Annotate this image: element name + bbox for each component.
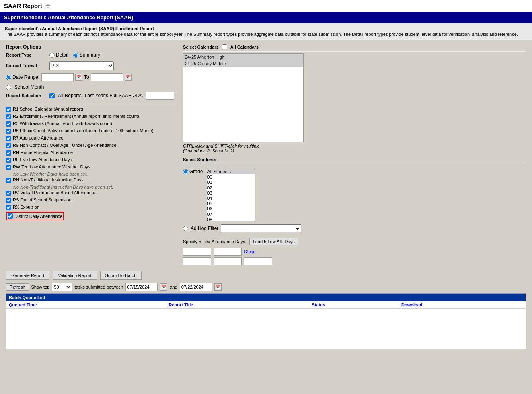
detail-label: Detail [56, 52, 68, 58]
checkbox-r9[interactable] [6, 143, 11, 148]
col-report-title[interactable]: Report Title [166, 301, 310, 309]
report-selection-row: Report Selection All Reports Last Year's… [6, 92, 175, 100]
checkbox-label-rv: RV Virtual Performance Based Attendance [13, 190, 97, 195]
extract-format-row: Extract Format PDF CSV Excel [6, 61, 175, 70]
col-status[interactable]: Status [309, 301, 399, 309]
window-title-bar: SAAR Report ☆ [0, 0, 532, 12]
all-calendars-checkbox[interactable] [222, 44, 227, 49]
to-label: To [84, 74, 89, 80]
load-low-att-button[interactable]: Load 5 Low Att. Days [249, 238, 298, 245]
low-att-input-5[interactable] [244, 257, 272, 265]
school-month-radio[interactable] [6, 85, 11, 90]
window-title: SAAR Report [4, 2, 42, 9]
checkbox-r3[interactable] [6, 121, 11, 127]
checkbox-item-r1: R1 School Calendar (Annual report) [6, 107, 175, 112]
date-range-radio[interactable] [6, 75, 11, 80]
batch-controls: Refresh Show top 50 25 100 tasks submitt… [6, 283, 526, 291]
clear-link[interactable]: Clear [244, 249, 255, 254]
last-year-ada-input[interactable] [146, 92, 174, 100]
col-queued-time[interactable]: Queued Time [6, 301, 166, 309]
checkbox-item-rs: RS Out of School Suspension [6, 197, 175, 203]
date-to-input[interactable] [91, 73, 123, 81]
adhoc-radio[interactable] [183, 226, 188, 231]
checkbox-dda[interactable] [8, 213, 13, 219]
checkbox-label-dda: District Daily Attendance [14, 214, 62, 219]
date-to-calendar-btn[interactable]: 📅 [125, 74, 132, 81]
batch-date-to-calendar-btn[interactable]: 📅 [214, 283, 222, 291]
validation-report-button[interactable]: Validation Report [53, 271, 97, 280]
button-row: Generate Report Validation Report Submit… [6, 271, 526, 280]
calendar-listbox[interactable]: 24-25 Atherton High24-25 Crosby Middle [183, 53, 304, 142]
refresh-button[interactable]: Refresh [6, 283, 29, 291]
low-att-input-4[interactable] [214, 257, 242, 265]
checkbox-sub-rn: No Non-Traditional Instruction Days have… [6, 185, 175, 189]
district-daily-attendance-highlighted: District Daily Attendance [6, 212, 64, 220]
grade-listbox[interactable]: All Students000102030405060708 [207, 169, 255, 221]
checkbox-rn[interactable] [6, 178, 11, 183]
low-att-label: Specify 5 Low Attendance Days [183, 239, 245, 244]
date-from-input[interactable] [41, 73, 74, 81]
generate-report-button[interactable]: Generate Report [6, 271, 49, 280]
star-icon[interactable]: ☆ [45, 3, 51, 9]
checkbox-rh[interactable] [6, 150, 11, 156]
adhoc-row: Ad Hoc Filter [183, 224, 526, 232]
batch-date-from-calendar-btn[interactable]: 📅 [160, 283, 167, 291]
batch-date-to-input[interactable] [180, 283, 212, 291]
detail-radio[interactable] [49, 53, 55, 58]
low-att-fields: Clear [183, 248, 526, 256]
report-options-header: Report Options [6, 44, 175, 50]
batch-queue-section: Batch Queue List Queued Time Report Titl… [6, 293, 526, 349]
checkbox-sub-rw: No Low Weather Days have been set. [6, 172, 175, 176]
low-att-input-3[interactable] [183, 257, 211, 265]
last-year-label: Last Year's Full SAAR ADA [85, 93, 143, 98]
checkbox-r7[interactable] [6, 136, 11, 141]
submit-to-batch-button[interactable]: Submit to Batch [100, 271, 142, 280]
description-bar: Superintendent's Annual Attendance Repor… [0, 23, 532, 40]
date-range-row: Date Range 📅 To 📅 [6, 73, 175, 81]
checkbox-label-r7: R7 Aggregate Attendance [13, 135, 63, 140]
col-download: Download [399, 301, 526, 309]
report-selection-label: Report Selection [6, 93, 46, 98]
report-checkboxes: R1 School Calendar (Annual report)R2 Enr… [6, 107, 175, 220]
adhoc-dropdown[interactable] [221, 224, 301, 232]
checkbox-label-r9: R9 Non-Contract / Over Age - Under Age A… [13, 143, 116, 148]
checkbox-r2[interactable] [6, 114, 11, 119]
checkbox-item-rv: RV Virtual Performance Based Attendance [6, 190, 175, 196]
checkbox-rl[interactable] [6, 158, 11, 163]
desc-body: The SAAR provides a summary of each dist… [5, 32, 527, 37]
checkbox-item-r7: R7 Aggregate Attendance [6, 135, 175, 141]
date-range-radio-option: Date Range [6, 74, 38, 80]
checkbox-rs[interactable] [6, 198, 11, 203]
checkbox-rx[interactable] [6, 205, 11, 210]
batch-queue-header: Batch Queue List [6, 294, 526, 301]
checkbox-label-rs: RS Out of School Suspension [13, 197, 72, 202]
checkbox-label-rl: RL Five Low Attendance Days [13, 157, 72, 162]
checkbox-r1[interactable] [6, 107, 11, 112]
left-column: Report Options Report Type Detail Summar… [6, 44, 175, 265]
report-type-radio-group: Detail Summary [49, 52, 100, 58]
show-top-label: Show top [31, 285, 50, 289]
grade-radio[interactable] [183, 169, 188, 174]
show-top-select[interactable]: 50 25 100 [52, 283, 72, 291]
checkbox-label-r1: R1 School Calendar (Annual report) [13, 107, 83, 111]
checkbox-label-rw: RW Ten Low Attendance Weather Days [13, 164, 90, 169]
and-label: and [170, 285, 177, 289]
low-att-input-1[interactable] [183, 248, 211, 256]
all-reports-checkbox[interactable] [49, 93, 55, 98]
low-att-input-2[interactable] [214, 248, 242, 256]
checkbox-rv[interactable] [6, 191, 11, 196]
extract-format-select[interactable]: PDF CSV Excel [49, 61, 114, 70]
batch-date-from-input[interactable] [125, 283, 158, 291]
batch-queue-table: Queued Time Report Title Status Download [6, 301, 526, 349]
date-from-calendar-btn[interactable]: 📅 [75, 74, 82, 81]
header-title: Superintendent's Annual Attendance Repor… [4, 14, 133, 21]
checkbox-rw[interactable] [6, 165, 11, 170]
checkbox-item-rx: RX Expulsion [6, 205, 175, 210]
low-att-header: Specify 5 Low Attendance Days Load 5 Low… [183, 238, 526, 245]
summary-radio[interactable] [73, 53, 78, 58]
all-calendars-label: All Calendars [230, 45, 259, 49]
checkbox-r5[interactable] [6, 129, 11, 134]
checkbox-item-r5: R5 Ethnic Count (Active students on the … [6, 128, 175, 134]
right-column: Select Calendars All Calendars 24-25 Ath… [183, 44, 526, 265]
checkbox-label-rn: RN Non-Traditional Instruction Days [13, 177, 84, 182]
